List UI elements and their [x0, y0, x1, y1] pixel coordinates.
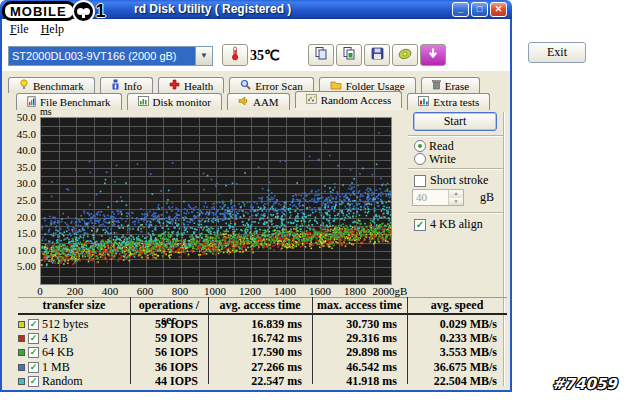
- tab-disk-monitor[interactable]: Disk monitor: [127, 93, 222, 110]
- drive-selector-value: ST2000DL003-9VT166 (2000 gB): [9, 47, 195, 65]
- table-row: ✓512 bytes59 IOPS16.839 ms30.730 ms0.029…: [18, 317, 507, 332]
- owl-icon: [72, 0, 95, 23]
- y-tick-label: 45.0: [6, 128, 36, 140]
- avg-access-value: 27.266 ms: [208, 360, 312, 375]
- table-row: ✓64 KB56 IOPS17.590 ms29.898 ms3.553 MB/…: [18, 345, 507, 360]
- copy-text-icon: [314, 46, 328, 64]
- x-tick-label: 0: [37, 285, 43, 297]
- tab-random-access[interactable]: Random Access: [295, 91, 403, 108]
- avg-speed-value: 0.029 MB/s: [407, 317, 507, 332]
- transfer-size-label: 64 KB: [42, 345, 74, 360]
- exit-button[interactable]: Exit: [528, 42, 586, 63]
- table-row: ✓4 KB59 IOPS16.742 ms29.316 ms0.233 MB/s: [18, 331, 507, 346]
- menu-help[interactable]: Help: [41, 22, 64, 37]
- trash-icon: [432, 79, 441, 92]
- separator: [408, 168, 503, 170]
- copy-text-button[interactable]: [308, 44, 334, 66]
- avg-speed-value: 0.233 MB/s: [407, 331, 507, 346]
- spin-down-icon[interactable]: ▼: [449, 198, 463, 206]
- transfer-size-label: 4 KB: [42, 331, 68, 346]
- tab-label: Erase: [445, 80, 469, 92]
- series-checkbox[interactable]: ✓: [28, 319, 39, 330]
- ops-value: 56 IOPS: [130, 345, 208, 360]
- avg-access-value: 16.839 ms: [208, 317, 312, 332]
- ops-value: 36 IOPS: [130, 360, 208, 375]
- save-button[interactable]: [364, 44, 390, 66]
- tab-health[interactable]: Health: [158, 77, 224, 93]
- info-icon: [111, 79, 120, 92]
- temperature-value: 35℃: [250, 47, 280, 64]
- save-icon: [371, 46, 384, 64]
- copy-image-icon: [342, 46, 356, 64]
- mobile01-logo: MOBILE 1: [2, 0, 106, 22]
- series-checkbox[interactable]: ✓: [28, 333, 39, 344]
- avg-access-value: 16.742 ms: [208, 331, 312, 346]
- y-tick-label: 35.0: [6, 161, 36, 173]
- maximize-button[interactable]: □: [471, 2, 488, 17]
- tab-extra-tests[interactable]: Extra tests: [407, 93, 490, 110]
- x-tick-label: 1800: [344, 285, 366, 297]
- tab-info[interactable]: Info: [100, 77, 153, 93]
- drive-selector[interactable]: ST2000DL003-9VT166 (2000 gB) ▼: [8, 46, 213, 66]
- x-tick-label: 200: [67, 285, 84, 297]
- tab-label: Disk monitor: [153, 96, 211, 108]
- menu-file[interactable]: File: [10, 22, 29, 37]
- tab-file-benchmark[interactable]: File Benchmark: [16, 93, 122, 110]
- screenshot-root: MOBILE 1 rd Disk Utility ( Registered ) …: [0, 0, 640, 400]
- temperature-button[interactable]: [222, 44, 248, 66]
- start-button[interactable]: Start: [413, 112, 497, 131]
- download-button[interactable]: [420, 44, 446, 66]
- series-color-swatch: [18, 321, 25, 328]
- capture-button[interactable]: [392, 44, 418, 66]
- avg-speed-value: 22.504 MB/s: [407, 374, 507, 389]
- post-id-stamp: #74059: [552, 375, 617, 393]
- y-tick-label: 25.0: [6, 194, 36, 206]
- chevron-down-icon[interactable]: ▼: [195, 47, 212, 65]
- series-color-swatch: [18, 364, 25, 371]
- download-icon: [427, 46, 439, 64]
- max-access-value: 46.542 ms: [312, 360, 407, 375]
- y-axis-unit: ms: [40, 106, 52, 117]
- tab-aam[interactable]: AAM: [227, 93, 290, 110]
- x-tick-label: 1400: [274, 285, 296, 297]
- minimize-button[interactable]: _: [452, 2, 469, 17]
- close-button[interactable]: ✕: [490, 2, 507, 17]
- window-border: [0, 19, 2, 392]
- x-tick-label: 400: [102, 285, 119, 297]
- title-bar[interactable]: MOBILE 1 rd Disk Utility ( Registered ) …: [0, 0, 512, 19]
- tab-erase[interactable]: Erase: [421, 77, 480, 93]
- max-access-value: 29.898 ms: [312, 345, 407, 360]
- speaker-icon: [238, 96, 249, 108]
- spin-up-icon[interactable]: ▲: [449, 190, 463, 198]
- series-checkbox[interactable]: ✓: [28, 362, 39, 373]
- folder-icon: [330, 80, 342, 92]
- x-tick-label: 1000: [204, 285, 226, 297]
- kb-align-checkbox[interactable]: ✓: [414, 219, 426, 231]
- transfer-size-label: 512 bytes: [42, 317, 88, 332]
- monitor-icon: [138, 96, 149, 108]
- avg-speed-value: 36.675 MB/s: [407, 360, 507, 375]
- series-checkbox[interactable]: ✓: [28, 347, 39, 358]
- capacity-spinner[interactable]: 40 ▲▼: [412, 189, 464, 206]
- copy-image-button[interactable]: [336, 44, 362, 66]
- x-tick-label: 800: [172, 285, 189, 297]
- series-checkbox[interactable]: ✓: [28, 376, 39, 387]
- y-tick-label: 10.0: [6, 244, 36, 256]
- ops-value: 59 IOPS: [130, 317, 208, 332]
- tab-row-1: BenchmarkInfoHealthError ScanFolder Usag…: [8, 77, 480, 93]
- y-tick-label: 50.0: [6, 111, 36, 123]
- y-tick-label: 20.0: [6, 211, 36, 223]
- write-radio[interactable]: [414, 153, 426, 165]
- max-access-value: 29.316 ms: [312, 331, 407, 346]
- table-row: ✓1 MB36 IOPS27.266 ms46.542 ms36.675 MB/…: [18, 360, 507, 375]
- health-icon: [169, 79, 180, 92]
- short-stroke-checkbox[interactable]: [414, 175, 426, 187]
- window-border: [0, 390, 512, 392]
- short-stroke-label: Short stroke: [430, 173, 488, 188]
- avg-access-value: 22.547 ms: [208, 374, 312, 389]
- y-tick-label: 15.0: [6, 227, 36, 239]
- logo-suffix: 1: [96, 1, 106, 22]
- read-radio[interactable]: [414, 140, 426, 152]
- tab-benchmark[interactable]: Benchmark: [8, 77, 95, 93]
- window-title: rd Disk Utility ( Registered ): [134, 2, 291, 16]
